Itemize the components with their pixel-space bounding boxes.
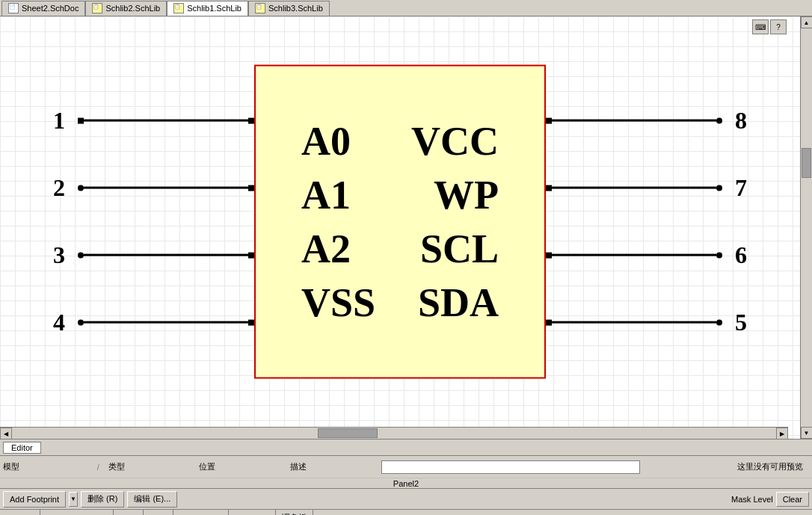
description-input[interactable]	[381, 460, 641, 474]
tab-sheet2-label: Sheet2.SchDoc	[22, 4, 79, 13]
pin5-dot	[716, 319, 722, 325]
pin6-dot	[716, 252, 722, 258]
ic-body: A0 VCC A1 WP A2 SCL VSS SDA	[254, 64, 546, 378]
status-openbus[interactable]: OpenBus	[229, 510, 276, 515]
pin6-start	[546, 252, 552, 258]
panel2-area: Panel2	[0, 478, 812, 488]
pin8-dot	[716, 117, 722, 123]
h-scroll-right[interactable]: ▶	[776, 428, 788, 439]
pin7-wire	[552, 187, 716, 189]
col-separator-1: /	[94, 463, 102, 472]
col-description: 描述	[290, 461, 375, 472]
label-scl: SCL	[411, 225, 499, 271]
top-right-controls: ⌨ ?	[752, 19, 787, 34]
delete-button[interactable]: 删除 (R)	[81, 491, 124, 508]
v-scroll-down[interactable]: ▼	[801, 427, 813, 439]
pin-number-5: 5	[722, 309, 760, 336]
col-position: 位置	[199, 461, 284, 472]
tab-schlib3[interactable]: 📋 Schlib3.SchLib	[248, 1, 330, 16]
left-pins-area: 1 2 3	[40, 64, 254, 378]
props-row: 模型 / 类型 位置 描述 这里没有可用预览	[0, 455, 812, 478]
pin-number-2: 2	[40, 174, 78, 202]
pin4-wire	[84, 321, 248, 324]
ic-component: 1 2 3	[40, 64, 760, 378]
pin-number-8: 8	[722, 107, 760, 135]
pin7-dot	[716, 185, 722, 191]
pin-number-6: 6	[722, 241, 760, 269]
pin4-end	[248, 319, 254, 325]
pin-number-1: 1	[40, 107, 78, 135]
tab-schlib2[interactable]: 📋 Schlib2.SchLib	[85, 1, 167, 16]
tab-schlib1[interactable]: 📋 Schlib1.SchLib	[167, 1, 248, 16]
tab-sheet2[interactable]: 📄 Sheet2.SchDoc	[1, 1, 85, 16]
pin3-end	[248, 252, 254, 258]
tab-schlib2-icon: 📋	[92, 3, 102, 13]
pin2-wire	[84, 187, 248, 189]
label-a0: A0	[301, 117, 389, 164]
pin2-end	[248, 185, 254, 191]
status-palette[interactable]: 调色板	[276, 510, 313, 515]
preview-no-preview: 这里没有可用预览	[737, 461, 803, 472]
label-a1: A1	[301, 171, 389, 218]
status-system[interactable]: System	[0, 510, 40, 515]
pin8-start	[546, 117, 552, 123]
tab-schlib3-label: Schlib3.SchLib	[268, 4, 323, 13]
status-design-compiler[interactable]: Design Compiler	[40, 510, 114, 515]
pin5-wire	[552, 321, 716, 324]
right-pin-5: 5	[546, 309, 760, 336]
v-scroll-track	[801, 28, 812, 427]
help-icon: ?	[776, 23, 781, 31]
panel2-label: Panel2	[393, 479, 419, 488]
pin2-dot	[78, 185, 84, 191]
keyboard-icon: ⌨	[755, 23, 766, 31]
pin3-wire	[84, 254, 248, 256]
add-footprint-button[interactable]: Add Footprint	[3, 491, 66, 508]
status-instruments[interactable]: Instruments	[173, 510, 229, 515]
editor-bar: Editor	[0, 439, 812, 455]
editor-tab[interactable]: Editor	[3, 442, 41, 454]
edit-button[interactable]: 编辑 (E)...	[127, 491, 177, 508]
pin-number-3: 3	[40, 241, 78, 269]
keyboard-button[interactable]: ⌨	[752, 19, 769, 34]
left-pin-3: 3	[40, 241, 254, 269]
label-a2: A2	[301, 225, 389, 271]
clear-button[interactable]: Clear	[776, 492, 809, 507]
right-pin-7: 7	[546, 174, 760, 202]
status-bar: System Design Compiler Help SCH Instrume…	[0, 509, 812, 515]
right-pins-area: 8 7 6	[546, 64, 760, 378]
ic-pin-labels: A0 VCC A1 WP A2 SCL VSS SDA	[286, 110, 514, 333]
mask-level-label: Mask Level	[731, 495, 773, 504]
tab-schlib1-icon: 📋	[173, 3, 184, 13]
label-vss: VSS	[301, 279, 389, 325]
h-scroll-left[interactable]: ◀	[0, 428, 12, 439]
help-button[interactable]: ?	[770, 19, 787, 34]
pin6-wire	[552, 254, 716, 256]
left-pin-4: 4	[40, 309, 254, 336]
pin1-end	[248, 117, 254, 123]
pin7-start	[546, 185, 552, 191]
status-sch[interactable]: SCH	[144, 510, 173, 515]
add-footprint-dropdown[interactable]: ▼	[69, 492, 78, 507]
h-scroll-thumb[interactable]	[318, 428, 378, 438]
status-help[interactable]: Help	[114, 510, 144, 515]
pin3-dot	[78, 252, 84, 258]
tab-sheet2-icon: 📄	[8, 3, 19, 13]
pin4-dot	[78, 319, 84, 325]
label-wp: WP	[411, 171, 499, 218]
right-pin-6: 6	[546, 241, 760, 269]
schematic-canvas[interactable]: ⌨ ? 1 2	[0, 16, 800, 439]
pin-number-4: 4	[40, 309, 78, 336]
v-scroll-thumb[interactable]	[802, 148, 811, 178]
right-pin-8: 8	[546, 107, 760, 135]
v-scroll-up[interactable]: ▲	[801, 16, 813, 28]
pin1-dot	[78, 117, 84, 123]
left-pin-2: 2	[40, 174, 254, 202]
buttons-row: Add Footprint ▼ 删除 (R) 编辑 (E)... Mask Le…	[0, 488, 812, 509]
pin-number-7: 7	[722, 174, 760, 202]
tab-schlib2-label: Schlib2.SchLib	[105, 4, 160, 13]
label-sda: SDA	[411, 279, 499, 325]
left-pin-1: 1	[40, 107, 254, 135]
col-type: 类型	[108, 461, 194, 472]
h-scroll-track	[12, 428, 776, 439]
label-vcc: VCC	[411, 117, 499, 164]
